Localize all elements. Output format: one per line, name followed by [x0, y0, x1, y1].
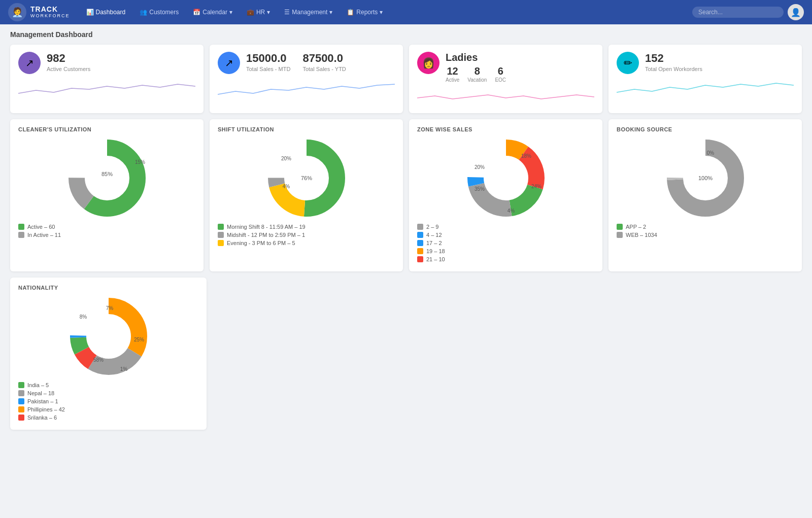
legend-item: Srilanka – 6 [18, 415, 198, 421]
brand-name: TRACK [30, 6, 70, 13]
stat-main-workorders: 152 [645, 52, 794, 65]
brand[interactable]: 🧑‍💼 TRACK WORKFORCE [8, 3, 70, 21]
legend-item: 2 – 9 [417, 224, 594, 230]
svg-text:20%: 20% [281, 156, 291, 161]
user-avatar[interactable]: 👤 [788, 4, 804, 20]
donut-nationality: 58% 25% 8% 7% 1% [18, 296, 198, 377]
legend-cleaners: Active – 60 In Active – 11 [18, 224, 195, 238]
legend-nationality: India – 5 Nepal – 18 Pakistan – 1 Philli… [18, 382, 198, 421]
svg-text:7%: 7% [106, 305, 113, 311]
chart-nationality-title: NATIONALITY [18, 285, 198, 291]
empty-area [213, 278, 802, 430]
legend-item: WEB – 1034 [617, 232, 794, 238]
donut-cleaners: 85% 15% [18, 137, 195, 219]
nav-items: 📊 Dashboard 👥 Customers 📅 Calendar ▾ 💼 H… [80, 6, 693, 19]
sparkline-sales [218, 79, 395, 97]
legend-item: APP – 2 [617, 224, 794, 230]
chart-cleaners: CLEANER'S UTILIZATION 85% 15% Active – 6… [10, 119, 204, 271]
nav-dashboard[interactable]: 📊 Dashboard [80, 6, 132, 19]
stat-vacation-label: Vacation [467, 77, 487, 83]
legend-item: Nepal – 18 [18, 390, 198, 396]
legend-item: 21 – 10 [417, 256, 594, 262]
legend-item: Evening - 3 PM to 6 PM – 5 [218, 240, 395, 246]
stat-active-label: Active [446, 77, 459, 83]
nav-hr[interactable]: 💼 HR ▾ [241, 6, 276, 19]
svg-text:8%: 8% [79, 314, 87, 320]
stat-eoc-label: EOC [495, 77, 506, 83]
sparkline-workorders [617, 79, 794, 97]
legend-shift: Morning Shift 8 - 11:59 AM – 19 Midshift… [218, 224, 395, 246]
chart-shift: SHIFT UTILIZATION 76% 20% 4% Morning Shi… [210, 119, 403, 271]
legend-item: 19 – 18 [417, 248, 594, 254]
search-input[interactable] [692, 7, 784, 18]
charts-row-1: CLEANER'S UTILIZATION 85% 15% Active – 6… [10, 119, 802, 271]
donut-zone: 35% 20% 18% 24% 4% [417, 137, 594, 219]
stat-active-ladies: 12 [446, 65, 459, 77]
chart-zone: ZONE WISE SALES 35% [409, 119, 602, 271]
chart-cleaners-title: CLEANER'S UTILIZATION [18, 126, 195, 132]
sparkline-customers [18, 79, 195, 97]
legend-item: India – 5 [18, 382, 198, 388]
nav-reports[interactable]: 📋 Reports ▾ [341, 6, 389, 19]
chart-booking-title: BOOKING SOURCE [617, 126, 794, 132]
stat-label-customers: Active Customers [47, 66, 195, 72]
svg-text:1%: 1% [120, 366, 127, 372]
legend-item: In Active – 11 [18, 232, 195, 238]
legend-booking: APP – 2 WEB – 1034 [617, 224, 794, 238]
svg-text:100%: 100% [698, 175, 712, 181]
donut-booking: 100% 0% [617, 137, 794, 219]
svg-text:85%: 85% [101, 171, 112, 177]
chart-nationality: NATIONALITY 58% 25% 8 [10, 278, 207, 430]
stat-main-customers: 982 [47, 52, 195, 65]
svg-text:15%: 15% [134, 159, 145, 165]
stat-label-mtd: Total Sales - MTD [246, 66, 290, 72]
svg-text:4%: 4% [507, 208, 515, 214]
legend-item: 4 – 12 [417, 232, 594, 238]
nav-customers[interactable]: 👥 Customers [133, 6, 185, 19]
brand-sub: WORKFORCE [30, 14, 70, 19]
stat-name-ladies: Ladies [446, 52, 594, 63]
legend-item: 17 – 2 [417, 240, 594, 246]
nav-right: 👤 [692, 4, 804, 20]
legend-item: Pakistan – 1 [18, 398, 198, 404]
stats-row: ↗ 982 Active Customers ↗ 15000.0 [10, 45, 802, 113]
chart-shift-title: SHIFT UTILIZATION [218, 126, 395, 132]
page-title: Management Dashboard [10, 30, 802, 39]
stat-vacation-ladies: 8 [467, 65, 487, 77]
stat-card-customers: ↗ 982 Active Customers [10, 45, 204, 113]
stat-icon-customers: ↗ [18, 52, 41, 74]
legend-item: Morning Shift 8 - 11:59 AM – 19 [218, 224, 395, 230]
stat-card-sales: ↗ 15000.0 Total Sales - MTD 87500.0 Tota… [210, 45, 403, 113]
svg-text:35%: 35% [474, 186, 484, 192]
svg-text:18%: 18% [521, 153, 531, 159]
charts-row-bottom: NATIONALITY 58% 25% 8 [10, 278, 802, 430]
svg-text:76%: 76% [300, 175, 312, 181]
navbar: 🧑‍💼 TRACK WORKFORCE 📊 Dashboard 👥 Custom… [0, 0, 812, 24]
chart-zone-title: ZONE WISE SALES [417, 126, 594, 132]
stat-main-mtd: 15000.0 [246, 52, 290, 65]
svg-text:24%: 24% [531, 184, 541, 189]
donut-shift: 76% 20% 4% [218, 137, 395, 219]
stat-eoc-ladies: 6 [495, 65, 506, 77]
stat-main-ytd: 87500.0 [302, 52, 346, 65]
page-wrapper: Management Dashboard ↗ 982 Active Custom… [0, 24, 812, 436]
legend-item: Phillipines – 42 [18, 406, 198, 412]
nav-management[interactable]: ☰ Management ▾ [278, 6, 339, 19]
nav-calendar[interactable]: 📅 Calendar ▾ [187, 6, 239, 19]
legend-item: Midshift - 12 PM to 2:59 PM – 1 [218, 232, 395, 238]
svg-text:0%: 0% [706, 150, 714, 156]
chart-booking: BOOKING SOURCE 100% 0% APP – 2 WEB – 103… [608, 119, 802, 271]
stat-icon-sales: ↗ [218, 52, 240, 74]
sparkline-ladies [417, 88, 594, 106]
brand-logo: 🧑‍💼 [8, 3, 26, 21]
stat-label-ytd: Total Sales - YTD [302, 66, 346, 72]
svg-text:58%: 58% [93, 357, 103, 363]
svg-text:4%: 4% [282, 184, 290, 189]
svg-text:25%: 25% [133, 337, 144, 342]
stat-card-workorders: ✏ 152 Total Open Workorders [608, 45, 802, 113]
legend-item: Active – 60 [18, 224, 195, 230]
legend-zone: 2 – 9 4 – 12 17 – 2 19 – 18 21 – 10 [417, 224, 594, 262]
stat-icon-workorders: ✏ [617, 52, 639, 74]
svg-text:20%: 20% [474, 164, 484, 170]
stat-card-ladies: 👩 Ladies 12 Active 8 Vacation 6 [409, 45, 602, 113]
